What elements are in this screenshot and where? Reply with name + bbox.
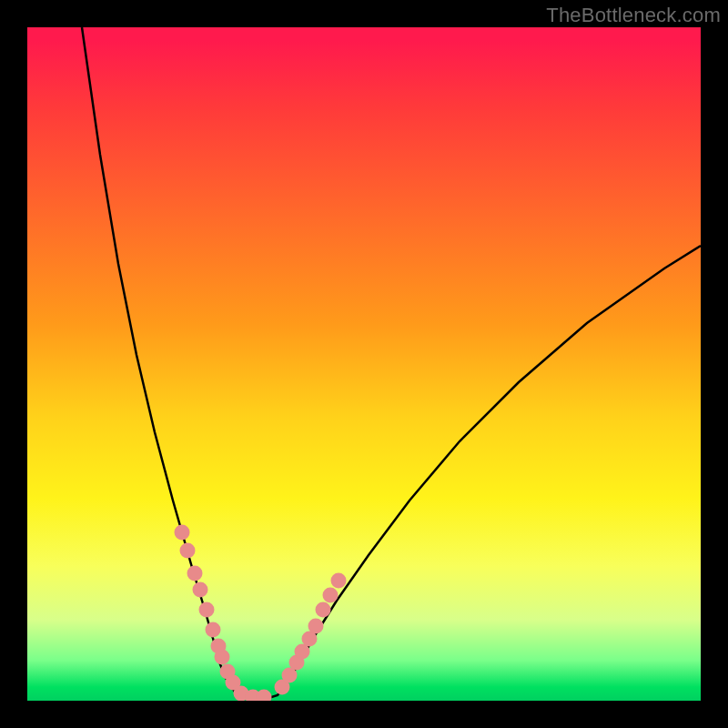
data-marker [257,690,272,702]
data-marker [199,602,215,618]
data-marker [316,602,331,618]
data-marker [187,566,203,581]
data-marker [308,619,324,634]
bottleneck-curve [82,27,701,699]
data-marker [215,650,230,665]
watermark-text: TheBottleneck.com [546,4,721,27]
plot-area [27,27,701,701]
data-marker [331,573,347,589]
data-marker [206,622,221,638]
marker-group [175,525,347,702]
chart-svg [27,27,701,701]
data-marker [193,582,208,598]
data-marker [323,588,339,603]
data-marker [180,543,196,559]
data-marker [175,525,190,541]
stage: TheBottleneck.com [0,0,728,728]
